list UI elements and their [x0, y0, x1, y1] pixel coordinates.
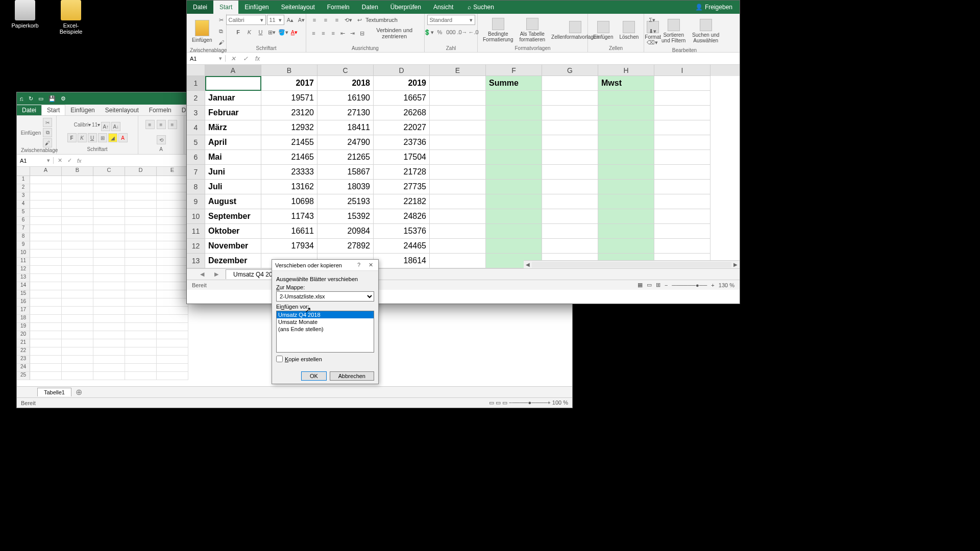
- tab-formulas[interactable]: Formeln: [144, 105, 177, 115]
- col-header[interactable]: C: [317, 65, 374, 76]
- row-header[interactable]: 22: [17, 347, 30, 356]
- to-book-select[interactable]: 2-Umsatzliste.xlsx: [276, 291, 374, 302]
- dec-decimal-icon[interactable]: ←.0: [469, 27, 479, 37]
- cell[interactable]: [62, 249, 93, 258]
- cell[interactable]: 17934: [261, 239, 317, 254]
- cell[interactable]: [125, 192, 157, 201]
- row-header[interactable]: 8: [17, 233, 30, 241]
- cell[interactable]: [30, 315, 62, 323]
- cell[interactable]: [62, 307, 93, 315]
- cell[interactable]: [62, 298, 93, 307]
- fill-color-button[interactable]: 🪣▾: [278, 27, 288, 37]
- cell[interactable]: [542, 106, 598, 120]
- cell[interactable]: 27130: [317, 106, 374, 120]
- number-format-select[interactable]: Standard▾: [427, 15, 475, 25]
- cell[interactable]: 11743: [261, 209, 317, 224]
- cell[interactable]: 22027: [374, 120, 430, 135]
- cell[interactable]: 23736: [374, 135, 430, 150]
- border-button[interactable]: ⊞: [98, 133, 107, 142]
- cell[interactable]: [93, 192, 125, 201]
- cell[interactable]: 23333: [261, 165, 317, 180]
- col-header[interactable]: E: [430, 65, 486, 76]
- brush-icon[interactable]: 🖌: [216, 37, 226, 47]
- cell[interactable]: [157, 184, 188, 192]
- copy-checkbox[interactable]: [276, 356, 283, 362]
- cell[interactable]: [542, 91, 598, 106]
- cell[interactable]: [125, 347, 157, 356]
- cancel-button[interactable]: Abbrechen: [330, 371, 374, 381]
- cell[interactable]: [654, 165, 710, 180]
- cell[interactable]: [93, 331, 125, 339]
- merge-icon[interactable]: ⊟: [358, 28, 366, 38]
- cell[interactable]: 26268: [374, 106, 430, 120]
- row-header[interactable]: 25: [17, 372, 30, 380]
- cell[interactable]: [157, 192, 188, 201]
- cell[interactable]: [30, 307, 62, 315]
- cell[interactable]: [486, 165, 542, 180]
- row-header[interactable]: 11: [17, 258, 30, 266]
- cell[interactable]: [157, 201, 188, 209]
- row-header[interactable]: 6: [17, 217, 30, 225]
- cell[interactable]: 21455: [261, 135, 317, 150]
- fx-icon[interactable]: fx: [255, 55, 260, 62]
- row-header[interactable]: 6: [187, 150, 205, 165]
- col-header[interactable]: A: [30, 167, 62, 176]
- cell[interactable]: [430, 180, 486, 194]
- grow-font-icon[interactable]: A▴: [285, 15, 296, 25]
- row-header[interactable]: 24: [17, 364, 30, 372]
- cell[interactable]: [430, 106, 486, 120]
- row-header[interactable]: 21: [17, 339, 30, 347]
- cell[interactable]: [542, 165, 598, 180]
- cell[interactable]: 25193: [317, 194, 374, 209]
- brush-icon[interactable]: 🖌: [43, 138, 52, 147]
- cell[interactable]: [157, 233, 188, 241]
- cell[interactable]: [93, 372, 125, 380]
- cell[interactable]: [430, 224, 486, 239]
- align-center-icon[interactable]: ≡: [319, 28, 328, 38]
- cell[interactable]: [62, 290, 93, 298]
- cell[interactable]: 2018: [317, 76, 374, 91]
- cell[interactable]: [62, 241, 93, 249]
- cell[interactable]: [62, 201, 93, 209]
- cell[interactable]: 21265: [317, 150, 374, 165]
- name-box[interactable]: A1▾: [17, 157, 54, 164]
- cell[interactable]: Juni: [205, 165, 261, 180]
- cell[interactable]: [30, 209, 62, 217]
- cell[interactable]: [430, 165, 486, 180]
- cell[interactable]: 2017: [261, 76, 317, 91]
- qat-icon[interactable]: ⚙: [61, 95, 66, 102]
- cell[interactable]: [125, 282, 157, 290]
- cell[interactable]: [30, 217, 62, 225]
- cell[interactable]: [157, 266, 188, 274]
- cell[interactable]: Dezember: [205, 254, 261, 268]
- recycle-bin[interactable]: Papierkorb: [7, 0, 43, 29]
- cell[interactable]: [598, 150, 654, 165]
- view-layout-icon[interactable]: ▭: [647, 282, 652, 288]
- cell[interactable]: [430, 76, 486, 91]
- cell[interactable]: [30, 274, 62, 282]
- col-header[interactable]: B: [62, 167, 93, 176]
- row-header[interactable]: 23: [17, 356, 30, 364]
- cell[interactable]: [125, 307, 157, 315]
- paste-button[interactable]: Einfügen: [21, 130, 41, 136]
- cell[interactable]: [157, 225, 188, 233]
- cell[interactable]: [157, 347, 188, 356]
- cell[interactable]: [93, 258, 125, 266]
- cell[interactable]: 24465: [374, 239, 430, 254]
- cell[interactable]: 20984: [317, 224, 374, 239]
- cell[interactable]: [93, 315, 125, 323]
- cancel-icon[interactable]: ✕: [58, 157, 62, 164]
- tell-me-search[interactable]: Suchen: [461, 1, 500, 14]
- cell[interactable]: [157, 217, 188, 225]
- qat-icon[interactable]: ▭: [38, 95, 43, 102]
- cell[interactable]: 13162: [261, 180, 317, 194]
- cell[interactable]: [157, 356, 188, 364]
- cell[interactable]: 15392: [317, 209, 374, 224]
- cell[interactable]: [62, 274, 93, 282]
- italic-button[interactable]: K: [244, 27, 255, 37]
- cell[interactable]: [93, 201, 125, 209]
- cell[interactable]: [542, 150, 598, 165]
- row-header[interactable]: 8: [187, 180, 205, 194]
- cell[interactable]: [30, 258, 62, 266]
- cell[interactable]: [62, 233, 93, 241]
